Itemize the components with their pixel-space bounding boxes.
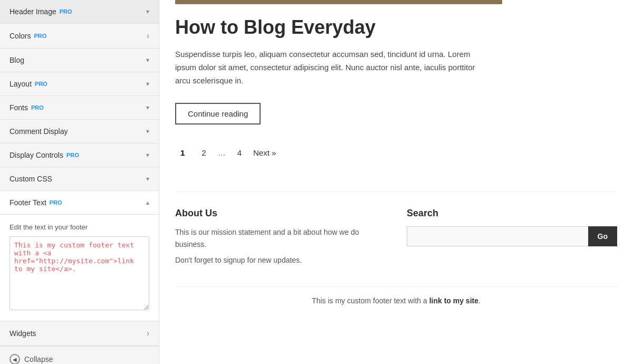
- sidebar-item-footer-text[interactable]: Footer Text PRO: [0, 191, 159, 215]
- sidebar-item-widgets[interactable]: Widgets: [0, 321, 159, 346]
- pro-badge-footer-text: PRO: [50, 199, 62, 206]
- sidebar-item-blog[interactable]: Blog: [0, 49, 159, 72]
- sidebar-label-custom-css: Custom CSS: [9, 175, 52, 183]
- sidebar-item-header-image[interactable]: Header Image PRO: [0, 0, 159, 24]
- pro-badge-display-controls: PRO: [66, 152, 79, 158]
- chevron-down-icon: [146, 80, 149, 88]
- page-next-button[interactable]: Next »: [253, 148, 276, 157]
- chevron-down-icon: [146, 128, 149, 135]
- pro-badge-header-image: PRO: [60, 8, 72, 15]
- search-widget-title: Search: [407, 208, 617, 219]
- about-widget-title: About Us: [175, 208, 386, 219]
- chevron-down-icon: [146, 8, 149, 15]
- footer-text-section: Edit the text in your footer: [0, 215, 159, 321]
- footer-edit-label: Edit the text in your footer: [9, 223, 149, 231]
- chevron-down-icon: [146, 56, 149, 64]
- post-excerpt: Suspendisse turpis leo, aliquam consecte…: [175, 48, 481, 87]
- sidebar-item-custom-css[interactable]: Custom CSS: [0, 167, 159, 191]
- pro-badge-layout: PRO: [35, 81, 47, 87]
- footer-textarea[interactable]: [9, 236, 149, 310]
- pro-badge-colors: PRO: [34, 33, 46, 39]
- page-1[interactable]: 1: [175, 146, 190, 160]
- collapse-bar[interactable]: ◀ Collapse: [0, 346, 159, 364]
- chevron-down-icon: [146, 104, 149, 111]
- search-input[interactable]: [407, 226, 588, 246]
- pro-badge-fonts: PRO: [31, 104, 44, 111]
- about-widget: About Us This is our mission statement a…: [175, 208, 386, 270]
- page-2[interactable]: 2: [196, 146, 211, 160]
- collapse-label: Collapse: [24, 355, 53, 363]
- about-text-2: Don't forget to signup for new updates.: [175, 254, 386, 266]
- search-row: Go: [407, 226, 617, 246]
- collapse-circle-icon: ◀: [9, 354, 20, 364]
- chevron-up-icon: [146, 199, 149, 206]
- post-title: How to Blog Everyday: [175, 16, 617, 39]
- continue-reading-button[interactable]: Continue reading: [175, 103, 261, 124]
- sidebar-label-blog: Blog: [9, 56, 24, 64]
- search-widget: Search Go: [407, 208, 617, 270]
- footer-text-before: This is my custom footer text with a: [312, 296, 429, 305]
- page-dots: …: [218, 148, 226, 157]
- sidebar-label-layout: Layout: [9, 80, 32, 88]
- sidebar-label-widgets: Widgets: [9, 329, 36, 338]
- sidebar-item-display-controls[interactable]: Display Controls PRO: [0, 143, 159, 167]
- sidebar-label-footer-text: Footer Text: [9, 198, 46, 207]
- sidebar-item-comment-display[interactable]: Comment Display: [0, 120, 159, 143]
- hero-image-bar: [175, 0, 502, 4]
- sidebar-label-comment-display: Comment Display: [9, 127, 68, 136]
- footer-text-after: .: [478, 296, 481, 305]
- chevron-down-icon: [146, 151, 149, 159]
- about-text-1: This is our mission statement and a bit …: [175, 226, 386, 250]
- footer-link[interactable]: link to my site: [429, 296, 478, 305]
- search-button[interactable]: Go: [588, 226, 617, 246]
- sidebar-item-layout[interactable]: Layout PRO: [0, 72, 159, 96]
- page-4[interactable]: 4: [232, 146, 247, 160]
- footer-widgets: About Us This is our mission statement a…: [175, 191, 617, 270]
- sidebar-label-colors: Colors: [9, 32, 31, 40]
- sidebar-label-fonts: Fonts: [9, 103, 28, 112]
- chevron-right-icon: [147, 329, 149, 338]
- sidebar-label-header-image: Header Image: [9, 7, 56, 16]
- pagination: 1 2 … 4 Next »: [175, 146, 617, 160]
- sidebar-label-display-controls: Display Controls: [9, 151, 63, 159]
- chevron-right-icon: [147, 31, 149, 41]
- sidebar-item-colors[interactable]: Colors PRO: [0, 24, 159, 49]
- chevron-down-icon: [146, 175, 149, 183]
- sidebar-item-fonts[interactable]: Fonts PRO: [0, 96, 159, 120]
- sidebar: Header Image PRO Colors PRO Blog Layout …: [0, 0, 159, 364]
- site-footer: This is my custom footer text with a lin…: [175, 286, 617, 305]
- main-content: How to Blog Everyday Suspendisse turpis …: [159, 0, 633, 364]
